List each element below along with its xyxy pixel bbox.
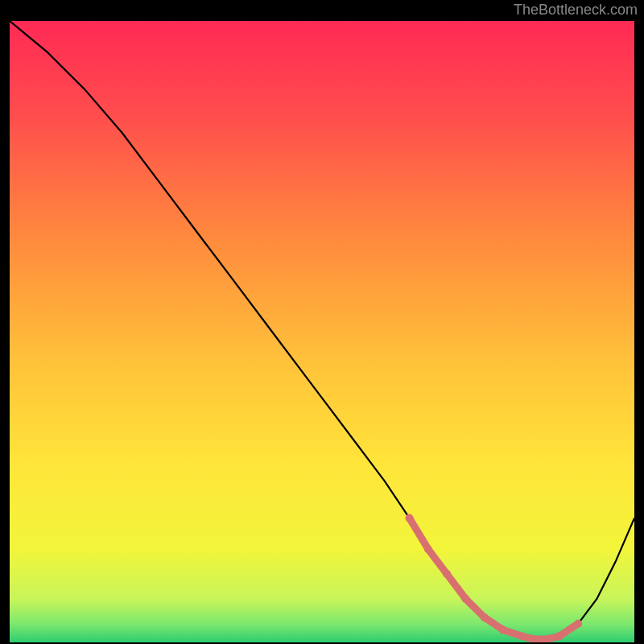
svg-point-10 — [555, 632, 564, 640]
svg-point-11 — [574, 620, 582, 628]
svg-point-3 — [443, 570, 451, 578]
svg-point-2 — [424, 545, 432, 553]
svg-point-4 — [462, 595, 470, 603]
svg-point-7 — [518, 632, 526, 640]
svg-point-5 — [481, 613, 489, 621]
chart-area — [10, 21, 634, 642]
svg-point-1 — [406, 514, 414, 522]
attribution-text: TheBottleneck.com — [514, 2, 638, 19]
svg-point-6 — [499, 626, 507, 634]
curve-layer — [10, 21, 634, 642]
bottleneck-curve — [10, 21, 634, 639]
highlighted-range-markers — [406, 514, 583, 642]
